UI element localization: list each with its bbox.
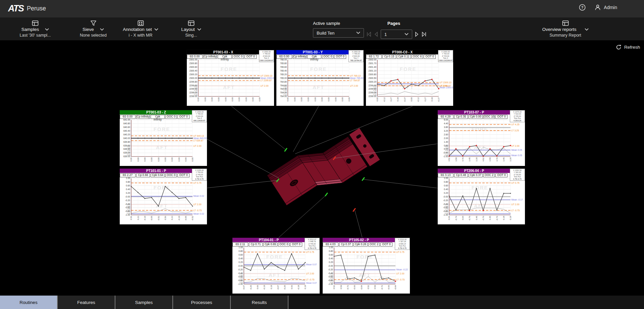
svg-text:639.80: 639.80 — [123, 141, 130, 143]
svg-text:Mean -0.22: Mean -0.22 — [396, 268, 408, 271]
svg-text:-0.10: -0.10 — [144, 216, 146, 220]
svg-text:LT 764.87: LT 764.87 — [350, 79, 360, 82]
user-menu[interactable]: Admin — [595, 4, 617, 10]
spc-panel-pt001-03-z[interactable]: PT001-03 - Z6S 0.00Cp InfinityCpk Infini… — [120, 110, 207, 166]
stat-cell: Cpk 0.00 — [469, 115, 483, 119]
svg-text:0.00: 0.00 — [231, 97, 233, 101]
stat-cell: Cp 0.15 — [382, 55, 396, 59]
svg-text:UT 2.00: UT 2.00 — [396, 272, 405, 275]
samples-dropdown[interactable]: Samples Last '30' sampl... — [10, 20, 60, 38]
annotation-set-dropdown[interactable]: Annotation set i - X with MR — [116, 20, 165, 38]
sieve-dropdown[interactable]: Sieve None selected — [71, 20, 115, 38]
svg-text:AFT: AFT — [402, 84, 414, 90]
svg-text:Mean 0.05: Mean 0.05 — [512, 154, 522, 157]
svg-text:0.80: 0.80 — [329, 250, 333, 252]
svg-text:AFT: AFT — [156, 144, 168, 150]
svg-text:-0.10: -0.10 — [178, 216, 180, 220]
svg-text:0.60: 0.60 — [238, 254, 243, 256]
svg-text:1.50: 1.50 — [373, 87, 376, 89]
viewport[interactable]: PT001-03 - X6S 0.00Cp InfinityCpk Infini… — [0, 40, 644, 296]
active-sample-select[interactable]: Build Ten — [313, 28, 364, 38]
svg-text:UT 2.00: UT 2.00 — [306, 272, 314, 275]
overview-reports-dropdown[interactable]: Overview reports Summary Report — [536, 20, 595, 38]
panel-info-box: X 2375.00Y 510.00Z 745.00Tols Pos4.25/3.… — [510, 110, 525, 122]
svg-text:0.00: 0.00 — [225, 97, 227, 101]
stat-cell: Cpk 0.64 — [151, 173, 165, 177]
spc-panel-pt001-03-x[interactable]: PT001-03 - X6S 0.00Cp InfinityCpk Infini… — [187, 50, 274, 106]
feature-coords: 2300.13/2299.87 — [438, 59, 453, 61]
spc-panel-pt104-01-p[interactable]: PT104-01 - P6S 2.11Cp 0.71Cpk 0.65OOC 0O… — [232, 238, 320, 294]
feature-coords: 0.75/-0.75 — [510, 178, 525, 180]
active-sample-value: Build Ten — [317, 31, 334, 36]
annotation-set-label: Annotation set — [123, 27, 152, 32]
spc-chart: 1.000.800.600.400.20-0.00-0.20-0.40-0.60… — [232, 247, 320, 294]
svg-text:-0.84: -0.84 — [361, 285, 363, 290]
tab-processes[interactable]: Processes — [173, 296, 231, 309]
model-viewport-overlay — [0, 0, 644, 309]
layout-dropdown[interactable]: Layout Sing... — [174, 20, 208, 38]
feature-markers — [277, 148, 364, 211]
first-page-icon[interactable] — [367, 32, 372, 37]
help-icon[interactable]: ? — [579, 4, 586, 11]
annotation-set-icon — [138, 20, 144, 26]
svg-text:0.50: 0.50 — [445, 210, 448, 212]
prev-page-icon[interactable] — [374, 32, 378, 37]
svg-text:0.00: 0.00 — [178, 157, 180, 161]
tab-features[interactable]: Features — [58, 296, 115, 309]
svg-text:2.00: 2.00 — [239, 273, 243, 275]
tab-results[interactable]: Results — [231, 296, 288, 309]
svg-text:Mean 0.05: Mean 0.05 — [512, 149, 522, 151]
svg-text:-0.00: -0.00 — [125, 195, 130, 198]
svg-text:UT 2.00: UT 2.00 — [512, 203, 520, 206]
refresh-button[interactable]: Refresh — [616, 44, 640, 50]
svg-text:0.50: 0.50 — [127, 210, 130, 212]
svg-text:UT 2.00: UT 2.00 — [440, 85, 448, 87]
page-select[interactable]: 1 — [381, 30, 412, 39]
tab-samples[interactable]: Samples — [115, 296, 173, 309]
spc-panel-pt206-04-p[interactable]: PT206-04 - P6S 3.13Cp 0.48Cpk 0.37OOC 2O… — [438, 169, 525, 224]
stat-cell: 6S 4.29 — [438, 115, 453, 119]
spc-panel-pt001-03-y[interactable]: PT001-03 - Y6S 0.00Cp InfinityCpk Infini… — [276, 50, 364, 106]
last-page-icon[interactable] — [421, 32, 426, 37]
svg-text:0.50: 0.50 — [330, 279, 333, 281]
panel-title: PT001-03 - X — [187, 50, 260, 54]
svg-text:AFT: AFT — [269, 272, 280, 278]
svg-text:2301.40: 2301.40 — [369, 66, 377, 68]
leader-lines — [206, 106, 438, 238]
spc-panel-pt103-07-p[interactable]: PT103-07 - P6S 4.29Cp 0.35Cpk 0.00OOC 10… — [438, 110, 525, 166]
svg-text:1.00: 1.00 — [239, 277, 243, 279]
svg-text:UT 0.75: UT 0.75 — [396, 251, 405, 253]
svg-text:-0.20: -0.20 — [125, 199, 130, 202]
layout-label: Layout — [181, 27, 195, 32]
spc-panel-pt105-02-p[interactable]: PT105-02 - P6S 4.03Cp 0.37Cpk 0.26OOC 2O… — [323, 238, 410, 294]
samples-icon — [32, 20, 39, 26]
svg-text:0.00: 0.00 — [373, 94, 376, 96]
svg-text:0.50: 0.50 — [445, 152, 448, 154]
spc-panel-pt101-01-p[interactable]: PT101-01 - P6S 2.27Cp 0.66Cpk 0.64OOC 0O… — [120, 169, 207, 224]
svg-text:640.40: 640.40 — [123, 130, 130, 132]
svg-text:1.50: 1.50 — [445, 147, 448, 149]
stat-cell: OOC 0 — [278, 242, 289, 247]
svg-text:FORE: FORE — [266, 254, 283, 260]
svg-text:0.50: 0.50 — [373, 92, 376, 94]
svg-text:0.23: 0.23 — [171, 216, 173, 220]
svg-text:0.50: 0.50 — [283, 92, 287, 94]
svg-text:2301.10: 2301.10 — [369, 70, 377, 72]
stat-cell: OOC 0 — [165, 115, 177, 119]
svg-text:-0.07: -0.07 — [277, 285, 279, 290]
stat-cell: OOT 0 — [424, 55, 436, 59]
svg-text:0.00: 0.00 — [130, 157, 132, 161]
svg-text:AFT: AFT — [223, 84, 235, 90]
svg-text:FORE: FORE — [400, 66, 417, 72]
stat-cell: Cp 0.48 — [454, 173, 468, 177]
svg-text:0.00: 0.00 — [158, 157, 160, 161]
tab-routines[interactable]: Routines — [0, 296, 58, 309]
next-page-icon[interactable] — [415, 32, 419, 37]
spc-panel-pt000-c0-x[interactable]: PT000-C0 - X6S 1.72Cp 0.15Cpk 0.11OOC 6O… — [366, 50, 453, 106]
svg-text:0.00: 0.00 — [307, 97, 309, 101]
svg-text:0.50: 0.50 — [127, 152, 130, 154]
svg-text:1.50: 1.50 — [283, 87, 287, 89]
svg-text:LT -0.75: LT -0.75 — [306, 278, 315, 281]
svg-text:1.00: 1.00 — [445, 149, 448, 151]
svg-text:1.50: 1.50 — [330, 275, 333, 277]
